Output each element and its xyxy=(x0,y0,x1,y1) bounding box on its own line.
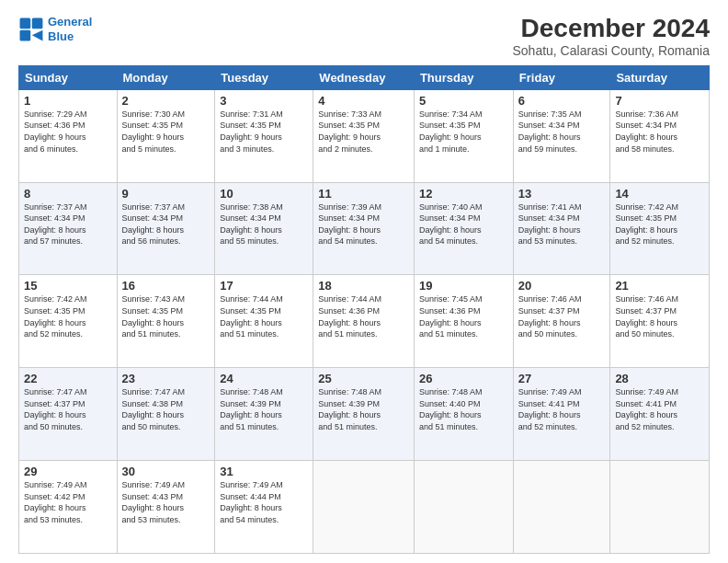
day-info: Sunrise: 7:46 AM Sunset: 4:37 PM Dayligh… xyxy=(518,293,606,339)
logo-text: General Blue xyxy=(48,15,92,43)
calendar-cell xyxy=(610,461,710,554)
day-info: Sunrise: 7:29 AM Sunset: 4:36 PM Dayligh… xyxy=(24,109,112,155)
day-number: 13 xyxy=(518,187,606,201)
calendar-cell: 24Sunrise: 7:48 AM Sunset: 4:39 PM Dayli… xyxy=(215,368,313,461)
day-number: 15 xyxy=(24,279,112,293)
day-info: Sunrise: 7:49 AM Sunset: 4:41 PM Dayligh… xyxy=(615,386,704,432)
header: General Blue December 2024 Sohatu, Calar… xyxy=(18,15,710,58)
calendar-cell: 26Sunrise: 7:48 AM Sunset: 4:40 PM Dayli… xyxy=(414,368,513,461)
day-info: Sunrise: 7:33 AM Sunset: 4:35 PM Dayligh… xyxy=(318,109,409,155)
calendar-cell: 31Sunrise: 7:49 AM Sunset: 4:44 PM Dayli… xyxy=(215,461,313,554)
day-info: Sunrise: 7:44 AM Sunset: 4:35 PM Dayligh… xyxy=(220,293,308,339)
day-number: 27 xyxy=(518,372,606,385)
calendar-cell: 1Sunrise: 7:29 AM Sunset: 4:36 PM Daylig… xyxy=(19,89,118,182)
day-number: 24 xyxy=(220,372,308,385)
day-info: Sunrise: 7:47 AM Sunset: 4:37 PM Dayligh… xyxy=(24,386,112,432)
calendar-cell xyxy=(313,461,415,554)
calendar-cell: 28Sunrise: 7:49 AM Sunset: 4:41 PM Dayli… xyxy=(610,368,710,461)
subtitle: Sohatu, Calarasi County, Romania xyxy=(512,43,710,58)
weekday-header-wednesday: Wednesday xyxy=(313,65,415,89)
calendar-cell: 6Sunrise: 7:35 AM Sunset: 4:34 PM Daylig… xyxy=(513,89,610,182)
day-number: 28 xyxy=(615,372,704,385)
calendar-cell: 21Sunrise: 7:46 AM Sunset: 4:37 PM Dayli… xyxy=(610,275,710,368)
day-info: Sunrise: 7:39 AM Sunset: 4:34 PM Dayligh… xyxy=(318,201,409,247)
day-number: 8 xyxy=(24,187,112,201)
day-number: 16 xyxy=(122,279,210,293)
day-info: Sunrise: 7:31 AM Sunset: 4:35 PM Dayligh… xyxy=(220,109,308,155)
day-info: Sunrise: 7:42 AM Sunset: 4:35 PM Dayligh… xyxy=(615,201,704,247)
day-info: Sunrise: 7:38 AM Sunset: 4:34 PM Dayligh… xyxy=(220,201,308,247)
day-number: 30 xyxy=(122,465,210,478)
day-number: 3 xyxy=(220,94,308,108)
svg-marker-3 xyxy=(32,29,43,40)
svg-rect-0 xyxy=(20,17,31,29)
calendar-cell: 11Sunrise: 7:39 AM Sunset: 4:34 PM Dayli… xyxy=(313,182,415,275)
calendar-cell: 25Sunrise: 7:48 AM Sunset: 4:39 PM Dayli… xyxy=(313,368,415,461)
day-info: Sunrise: 7:49 AM Sunset: 4:41 PM Dayligh… xyxy=(518,386,606,432)
calendar-cell: 16Sunrise: 7:43 AM Sunset: 4:35 PM Dayli… xyxy=(117,275,215,368)
calendar-cell: 8Sunrise: 7:37 AM Sunset: 4:34 PM Daylig… xyxy=(19,182,118,275)
svg-rect-2 xyxy=(20,29,31,40)
logo: General Blue xyxy=(18,15,92,43)
day-info: Sunrise: 7:42 AM Sunset: 4:35 PM Dayligh… xyxy=(24,293,112,339)
day-number: 1 xyxy=(24,94,112,108)
logo-general: General xyxy=(48,15,92,29)
day-info: Sunrise: 7:48 AM Sunset: 4:39 PM Dayligh… xyxy=(318,386,409,432)
calendar-cell: 7Sunrise: 7:36 AM Sunset: 4:34 PM Daylig… xyxy=(610,89,710,182)
day-number: 29 xyxy=(24,465,112,478)
day-number: 4 xyxy=(318,94,409,108)
weekday-header-monday: Monday xyxy=(117,65,215,89)
day-info: Sunrise: 7:41 AM Sunset: 4:34 PM Dayligh… xyxy=(518,201,606,247)
week-row-5: 29Sunrise: 7:49 AM Sunset: 4:42 PM Dayli… xyxy=(19,461,710,554)
day-number: 23 xyxy=(122,372,210,385)
day-number: 6 xyxy=(518,94,606,108)
weekday-header-tuesday: Tuesday xyxy=(215,65,313,89)
weekday-header-friday: Friday xyxy=(513,65,610,89)
calendar-cell: 22Sunrise: 7:47 AM Sunset: 4:37 PM Dayli… xyxy=(19,368,118,461)
day-info: Sunrise: 7:48 AM Sunset: 4:39 PM Dayligh… xyxy=(220,386,308,432)
day-number: 14 xyxy=(615,187,704,201)
day-number: 25 xyxy=(318,372,409,385)
week-row-2: 8Sunrise: 7:37 AM Sunset: 4:34 PM Daylig… xyxy=(19,182,710,275)
calendar-cell: 10Sunrise: 7:38 AM Sunset: 4:34 PM Dayli… xyxy=(215,182,313,275)
calendar-cell: 5Sunrise: 7:34 AM Sunset: 4:35 PM Daylig… xyxy=(414,89,513,182)
calendar-cell: 9Sunrise: 7:37 AM Sunset: 4:34 PM Daylig… xyxy=(117,182,215,275)
day-info: Sunrise: 7:40 AM Sunset: 4:34 PM Dayligh… xyxy=(419,201,508,247)
weekday-header-sunday: Sunday xyxy=(19,65,118,89)
logo-icon xyxy=(18,17,44,42)
day-number: 2 xyxy=(122,94,210,108)
calendar-cell xyxy=(414,461,513,554)
day-info: Sunrise: 7:35 AM Sunset: 4:34 PM Dayligh… xyxy=(518,109,606,155)
day-info: Sunrise: 7:30 AM Sunset: 4:35 PM Dayligh… xyxy=(122,109,210,155)
day-number: 21 xyxy=(615,279,704,293)
calendar-cell: 19Sunrise: 7:45 AM Sunset: 4:36 PM Dayli… xyxy=(414,275,513,368)
day-number: 10 xyxy=(220,187,308,201)
calendar-cell: 13Sunrise: 7:41 AM Sunset: 4:34 PM Dayli… xyxy=(513,182,610,275)
svg-rect-1 xyxy=(32,17,43,29)
title-block: December 2024 Sohatu, Calarasi County, R… xyxy=(512,15,710,58)
calendar-cell: 30Sunrise: 7:49 AM Sunset: 4:43 PM Dayli… xyxy=(117,461,215,554)
day-info: Sunrise: 7:47 AM Sunset: 4:38 PM Dayligh… xyxy=(122,386,210,432)
calendar-cell: 3Sunrise: 7:31 AM Sunset: 4:35 PM Daylig… xyxy=(215,89,313,182)
day-number: 7 xyxy=(615,94,704,108)
day-number: 22 xyxy=(24,372,112,385)
day-number: 17 xyxy=(220,279,308,293)
calendar-cell xyxy=(513,461,610,554)
weekday-header-saturday: Saturday xyxy=(610,65,710,89)
day-number: 5 xyxy=(419,94,508,108)
day-info: Sunrise: 7:37 AM Sunset: 4:34 PM Dayligh… xyxy=(122,201,210,247)
week-row-4: 22Sunrise: 7:47 AM Sunset: 4:37 PM Dayli… xyxy=(19,368,710,461)
calendar-cell: 27Sunrise: 7:49 AM Sunset: 4:41 PM Dayli… xyxy=(513,368,610,461)
calendar-cell: 2Sunrise: 7:30 AM Sunset: 4:35 PM Daylig… xyxy=(117,89,215,182)
weekday-header-row: SundayMondayTuesdayWednesdayThursdayFrid… xyxy=(19,65,710,89)
day-info: Sunrise: 7:44 AM Sunset: 4:36 PM Dayligh… xyxy=(318,293,409,339)
calendar-cell: 12Sunrise: 7:40 AM Sunset: 4:34 PM Dayli… xyxy=(414,182,513,275)
day-info: Sunrise: 7:49 AM Sunset: 4:42 PM Dayligh… xyxy=(24,479,112,525)
calendar-cell: 4Sunrise: 7:33 AM Sunset: 4:35 PM Daylig… xyxy=(313,89,415,182)
day-info: Sunrise: 7:43 AM Sunset: 4:35 PM Dayligh… xyxy=(122,293,210,339)
day-info: Sunrise: 7:48 AM Sunset: 4:40 PM Dayligh… xyxy=(419,386,508,432)
day-info: Sunrise: 7:45 AM Sunset: 4:36 PM Dayligh… xyxy=(419,293,508,339)
day-info: Sunrise: 7:34 AM Sunset: 4:35 PM Dayligh… xyxy=(419,109,508,155)
day-number: 11 xyxy=(318,187,409,201)
day-info: Sunrise: 7:36 AM Sunset: 4:34 PM Dayligh… xyxy=(615,109,704,155)
